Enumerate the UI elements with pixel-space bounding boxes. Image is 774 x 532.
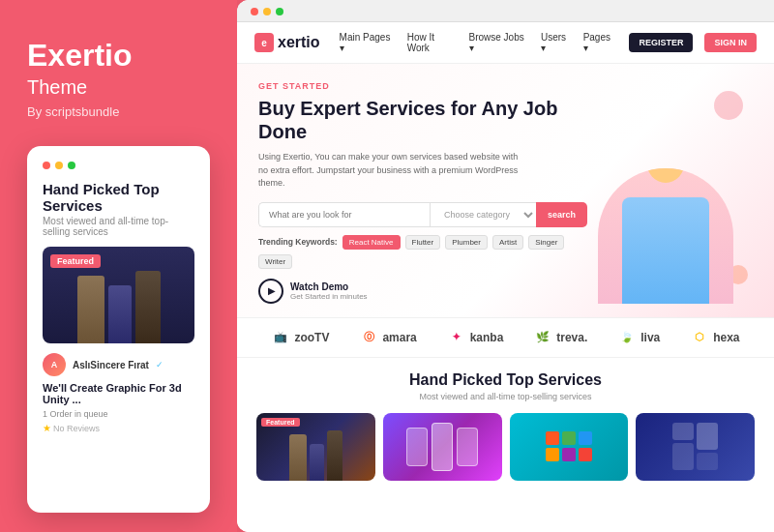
services-grid: Featured	[256, 413, 755, 481]
brands-bar: 📺 zooTV ⓪ amara ✦ kanba 🌿 treva. 🍃 liva …	[237, 317, 774, 358]
search-button[interactable]: search	[536, 202, 587, 227]
play-icon: ▶	[268, 285, 276, 296]
hexa-label: hexa	[713, 331, 739, 344]
watch-demo: ▶ Watch Demo Get Started in minutes	[258, 279, 588, 304]
decor-circle-1	[714, 91, 743, 120]
trending-tag-flutter[interactable]: Flutter	[405, 235, 441, 250]
nav-how-it-work[interactable]: How It Work	[407, 32, 460, 53]
zootv-icon: 📺	[271, 328, 290, 347]
brand-by: By scriptsbundle	[27, 104, 210, 119]
liva-icon: 🍃	[617, 328, 637, 347]
hero-left: GET STARTED Buy Expert Services for Any …	[258, 81, 588, 304]
nav-main-pages[interactable]: Main Pages ▾	[340, 32, 398, 53]
app-col-1	[672, 423, 694, 470]
phone-1	[406, 428, 428, 466]
char-a	[289, 434, 307, 481]
cube-1	[546, 431, 559, 445]
trending-tag-writer[interactable]: Writer	[258, 254, 292, 269]
kanba-icon: ✦	[447, 328, 466, 347]
liva-label: liva	[640, 331, 660, 344]
nav-browse-jobs[interactable]: Browse Jobs ▾	[469, 32, 532, 53]
mobile-section-sub: Most viewed and all-time top-selling ser…	[43, 216, 194, 237]
trending-tag-artist[interactable]: Artist	[492, 235, 523, 250]
hexa-icon: ⬡	[690, 328, 709, 347]
no-reviews-label: No Reviews	[53, 424, 100, 433]
character-1	[77, 276, 104, 343]
trending-tag-plumber[interactable]: Plumber	[445, 235, 488, 250]
trending-label: Trending Keywords:	[258, 237, 338, 247]
cube-6	[579, 448, 592, 461]
character-3	[135, 271, 161, 343]
watch-label: Watch Demo	[290, 281, 368, 292]
hero-title: Buy Expert Services for Any Job Done	[258, 97, 588, 143]
verified-icon: ✓	[156, 360, 164, 369]
featured-badge: Featured	[50, 254, 101, 268]
brand-hexa: ⬡ hexa	[690, 328, 739, 347]
right-panel: e xertio Main Pages ▾ How It Work Browse…	[237, 0, 774, 532]
browser-dot-green[interactable]	[276, 8, 283, 15]
treva-label: treva.	[556, 331, 587, 344]
mobile-service-title: We'll Create Graphic For 3d Unity ...	[43, 382, 194, 405]
nav-users[interactable]: Users ▾	[541, 32, 574, 53]
hero-person-illustration	[598, 168, 733, 304]
amara-label: amara	[382, 331, 416, 344]
hero-description: Using Exertio, You can make your own ser…	[258, 151, 529, 191]
service-card-1[interactable]: Featured	[256, 413, 375, 481]
brand-treva: 🌿 treva.	[533, 328, 587, 347]
service-card-3[interactable]	[510, 413, 629, 481]
mobile-user-row: A AslıSincere Fırat ✓	[43, 353, 194, 376]
phone-3	[457, 428, 478, 466]
app-block-1	[672, 423, 694, 440]
nav-logo: e xertio	[254, 33, 320, 52]
service-featured-badge: Featured	[261, 418, 300, 427]
brand-amara: ⓪ amara	[359, 328, 416, 347]
services-subtitle: Most viewed and all-time top-selling ser…	[256, 392, 755, 401]
cube-4	[546, 448, 559, 461]
app-block-2	[672, 443, 694, 470]
trending-tag-singer[interactable]: Singer	[528, 235, 564, 250]
brand-title: Exertio	[27, 39, 210, 73]
website-content: e xertio Main Pages ▾ How It Work Browse…	[237, 22, 774, 532]
services-title: Hand Picked Top Services	[256, 371, 755, 389]
browser-dot-yellow[interactable]	[263, 8, 271, 15]
services-section: Hand Picked Top Services Most viewed and…	[237, 358, 774, 533]
search-bar: Choose category search	[258, 202, 587, 227]
trending-tag-react[interactable]: React Native	[342, 235, 401, 250]
get-started-label: GET STARTED	[258, 81, 588, 91]
cube-3	[579, 431, 592, 445]
register-button[interactable]: REGISTER	[629, 33, 693, 52]
browser-dot-red[interactable]	[251, 8, 258, 15]
zootv-label: zooTV	[294, 331, 329, 344]
search-input[interactable]	[258, 202, 430, 227]
cube-visual	[546, 431, 592, 461]
trending-keywords: Trending Keywords: React Native Flutter …	[258, 235, 588, 269]
mobile-section-title: Hand Picked Top Services	[43, 181, 194, 214]
service-card-2[interactable]	[383, 413, 502, 481]
logo-icon: e	[254, 33, 274, 52]
cube-5	[562, 448, 576, 461]
signin-button[interactable]: SIGN IN	[704, 33, 757, 52]
nav-links: Main Pages ▾ How It Work Browse Jobs ▾ U…	[340, 32, 618, 53]
nav-pages[interactable]: Pages ▾	[583, 32, 618, 53]
mobile-orders: 1 Order in queue	[43, 409, 194, 419]
mobile-avatar: A	[43, 353, 66, 376]
person-head	[646, 168, 685, 183]
left-panel: Exertio Theme By scriptsbundle Hand Pick…	[0, 0, 237, 532]
brand-zootv: 📺 zooTV	[271, 328, 329, 347]
mobile-username: AslıSincere Fırat	[73, 360, 149, 370]
char-b	[310, 444, 324, 481]
hero-section: GET STARTED Buy Expert Services for Any …	[237, 64, 774, 317]
watch-text-block: Watch Demo Get Started in minutes	[290, 281, 368, 301]
cube-2	[562, 431, 576, 445]
navbar: e xertio Main Pages ▾ How It Work Browse…	[237, 22, 774, 64]
phone-2	[432, 423, 453, 471]
category-select[interactable]: Choose category	[430, 202, 536, 227]
service-card-4[interactable]	[636, 413, 755, 481]
brand-kanba: ✦ kanba	[447, 328, 504, 347]
char-c	[327, 430, 342, 481]
app-col-2	[697, 423, 718, 470]
kanba-label: kanba	[470, 331, 504, 344]
play-button[interactable]: ▶	[258, 279, 283, 304]
window-dots	[43, 162, 194, 169]
mobile-preview-card: Hand Picked Top Services Most viewed and…	[27, 146, 210, 513]
